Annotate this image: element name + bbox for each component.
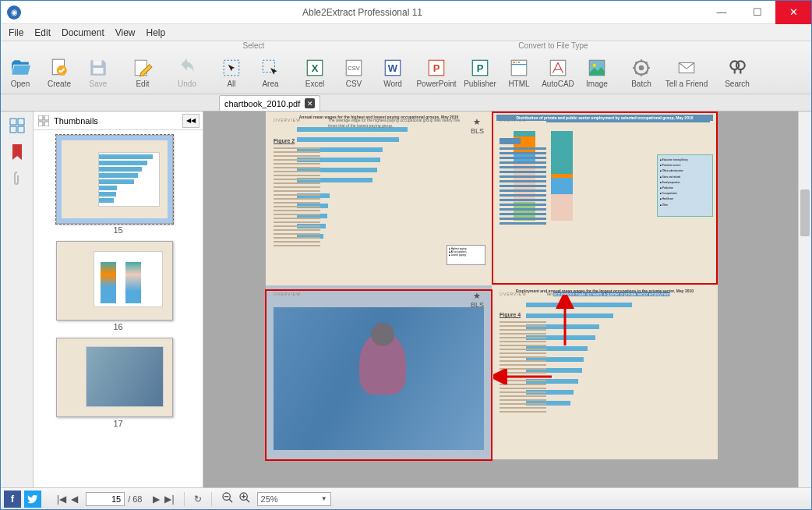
html-button[interactable]: HTML [500,54,538,93]
undo-button[interactable]: Undo [168,54,207,93]
thumbnails-header-icon [38,115,49,126]
annotation-arrow-1 [553,295,577,349]
minimize-button[interactable]: — [704,1,740,24]
thumbnails-title: Thumbnails [54,116,98,126]
svg-point-23 [593,64,596,67]
app-icon: ◉ [7,5,21,19]
svg-point-18 [513,62,514,63]
attachment-icon[interactable] [11,171,23,189]
menu-edit[interactable]: Edit [34,27,51,38]
svg-text:X: X [312,62,319,74]
figure-4-label: Figure 4 [500,312,521,317]
bookmark-icon[interactable] [11,144,23,163]
search-button[interactable]: Search [718,54,757,93]
tab-close-icon[interactable]: ✕ [305,98,315,108]
document-viewer[interactable]: OVERVIEW ★BLS The average wage for the h… [203,112,811,487]
thumbnail-page-16[interactable] [56,241,173,321]
svg-point-25 [639,66,644,71]
svg-text:P: P [477,62,484,74]
thumbnail-page-15[interactable] [56,135,173,224]
window-title: Able2Extract Professional 11 [21,7,704,18]
zoom-select[interactable]: 25%▼ [257,492,331,506]
select-area-button[interactable]: Area [251,54,290,93]
excel-button[interactable]: XExcel [295,54,334,93]
maximize-button[interactable]: ☐ [740,1,775,24]
svg-rect-31 [10,126,16,133]
svg-rect-3 [94,68,104,74]
powerpoint-button[interactable]: PPowerPoint [412,54,461,93]
svg-rect-36 [44,122,49,126]
thumbnails-icon[interactable] [9,118,25,136]
side-icon-bar [1,112,34,487]
first-page-button[interactable]: |◀ [57,494,66,505]
svg-rect-29 [10,119,16,125]
zoom-out-button[interactable] [221,491,234,506]
rotate-button[interactable]: ↻ [194,494,202,505]
thumbnail-page-17[interactable] [56,338,173,417]
svg-rect-2 [94,60,102,66]
collapse-panel-button[interactable]: ◀◀ [182,114,199,128]
group-convert-label: Convert to File Type [295,41,811,52]
select-all-button[interactable]: All [212,54,251,93]
edit-button[interactable]: Edit [123,54,162,93]
svg-text:CSV: CSV [348,65,361,72]
thumbnail-panel: Thumbnails ◀◀ 15 16 17 [34,112,203,487]
word-button[interactable]: WWord [373,54,412,93]
figure-2-label: Figure 2 [274,138,295,143]
menu-file[interactable]: File [9,27,23,38]
svg-rect-33 [38,115,43,120]
prev-page-button[interactable]: ◀ [71,494,78,505]
save-button[interactable]: Save [79,54,118,93]
svg-rect-32 [18,126,24,133]
group-select-label: Select [212,41,295,52]
tell-friend-button[interactable]: Tell a Friend [661,54,712,93]
twitter-icon[interactable] [24,491,41,508]
bls-logo: ★BLS [471,118,484,135]
create-button[interactable]: Create [40,54,79,93]
open-button[interactable]: Open [1,54,40,93]
svg-rect-30 [18,119,24,125]
svg-text:P: P [433,62,440,74]
svg-text:W: W [388,62,398,74]
thumbnail-label-17: 17 [56,419,181,428]
titlebar: ◉ Able2Extract Professional 11 — ☐ ✕ [1,1,811,24]
document-tab[interactable]: chartbook_2010.pdf ✕ [219,95,320,111]
svg-line-40 [229,499,232,502]
csv-button[interactable]: CSVCSV [334,54,373,93]
menu-help[interactable]: Help [147,27,166,38]
chart2-title: Annual mean wages for the highest and lo… [266,115,492,119]
menu-view[interactable]: View [115,27,136,38]
svg-point-19 [516,62,517,63]
page-total-label: / 68 [128,494,142,504]
menu-document[interactable]: Document [62,27,104,38]
facebook-icon[interactable]: f [4,491,21,508]
tab-bar: chartbook_2010.pdf ✕ [1,94,811,112]
menubar: File Edit Document View Help [1,24,811,41]
tab-label: chartbook_2010.pdf [224,99,300,108]
statusbar: f |◀ ◀ / 68 ▶ ▶| ↻ 25%▼ [1,487,811,509]
vertical-scrollbar[interactable] [798,112,811,487]
zoom-in-button[interactable] [238,491,251,506]
close-button[interactable]: ✕ [775,1,811,24]
svg-point-20 [518,62,520,63]
thumbnail-label-15: 15 [56,225,181,235]
publisher-button[interactable]: PPublisher [461,54,500,93]
page-number-input[interactable] [86,492,125,506]
toolbar: Open Create Save Edit Undo Select All Ar… [1,41,811,94]
batch-button[interactable]: Batch [622,54,661,93]
annotation-arrow-2 [493,369,556,384]
svg-line-43 [246,499,249,502]
chart4-title: Employment and annual mean wages for the… [492,289,718,293]
image-button[interactable]: Image [577,54,616,93]
autocad-button[interactable]: AutoCAD [538,54,577,93]
last-page-button[interactable]: ▶| [164,494,174,505]
next-page-button[interactable]: ▶ [153,494,160,505]
svg-rect-34 [44,115,49,120]
thumbnail-label-16: 16 [56,322,181,331]
svg-rect-35 [38,122,43,126]
chart3-title: Distribution of private and public secto… [496,115,713,121]
svg-point-28 [736,61,745,69]
